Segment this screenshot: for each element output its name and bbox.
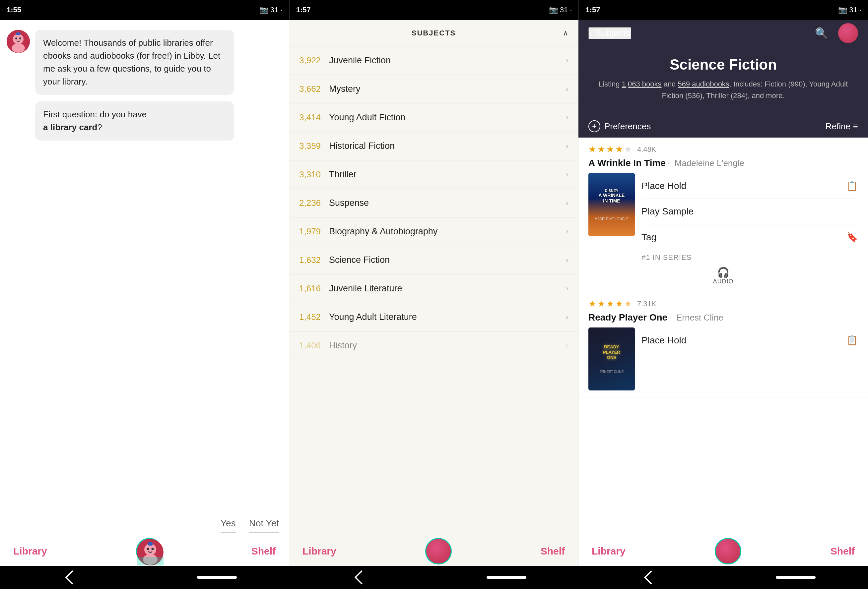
home-indicator-3	[776, 576, 816, 579]
book-title-1[interactable]: Ready Player One	[588, 312, 667, 322]
subjects-library-button[interactable]: Library	[303, 546, 336, 557]
refine-button[interactable]: Refine ≡	[825, 121, 858, 132]
svg-point-10	[151, 548, 154, 550]
place-hold-label-1: Place Hold	[641, 335, 686, 346]
book-detail-row-0: DISNEY A WRINKLEIN TIME MADELEINE L'ENGL…	[588, 173, 858, 262]
detail-library-button[interactable]: Library	[592, 546, 626, 557]
chat-shelf-button[interactable]: Shelf	[251, 546, 276, 557]
series-badge-0: #1 IN SERIES	[641, 253, 858, 262]
detail-header-avatar[interactable]	[838, 23, 858, 43]
subjects-header: SUBJECTS ∧	[289, 20, 578, 46]
subject-count-0: 3,922	[299, 55, 326, 66]
subject-item-6[interactable]: 1,979 Biography & Autobiography ›	[289, 218, 578, 246]
chat-library-button[interactable]: Library	[13, 546, 47, 557]
subject-item-1[interactable]: 3,662 Mystery ›	[289, 75, 578, 103]
subject-name-8: Juvenile Literature	[326, 283, 566, 294]
subject-count-4: 3,310	[299, 169, 326, 180]
back-button-icon-3	[644, 570, 658, 585]
yes-button[interactable]: Yes	[221, 515, 236, 533]
place-hold-button-0[interactable]: Place Hold 📋	[641, 173, 858, 199]
back-button[interactable]: ‹ Subjects	[588, 27, 631, 39]
subject-item-7[interactable]: 1,632 Science Fiction ›	[289, 246, 578, 274]
subject-item-9[interactable]: 1,452 Young Adult Literature ›	[289, 303, 578, 331]
bottom-bar	[0, 566, 868, 589]
collapse-icon[interactable]: ∧	[563, 29, 568, 37]
book-title-author-1: Ready Player One · Ernest Cline	[588, 312, 858, 323]
subject-item-3[interactable]: 3,359 Historical Fiction ›	[289, 132, 578, 161]
book-cover-1[interactable]: READYPLAYERONE ERNEST CLINE	[588, 327, 635, 390]
preferences-button[interactable]: + Preferences	[588, 120, 651, 132]
back-button-icon-1	[65, 570, 79, 585]
subject-item-5[interactable]: 2,236 Suspense ›	[289, 189, 578, 218]
star-4b: ★	[615, 299, 623, 309]
subject-name-9: Young Adult Literature	[326, 312, 566, 322]
detail-hero-desc: Listing 1,063 books and 569 audiobooks. …	[588, 78, 858, 102]
subject-item-4[interactable]: 3,310 Thriller ›	[289, 161, 578, 189]
welcome-bubble: Welcome! Thousands of public libraries o…	[35, 30, 234, 95]
rpo-cover-art: READYPLAYERONE ERNEST CLINE	[588, 327, 635, 390]
star-5b: ★	[624, 299, 632, 309]
detail-nav: Library Shelf	[579, 536, 868, 566]
bottom-home-panel3[interactable]	[723, 566, 868, 589]
book-title-0[interactable]: A Wrinkle In Time	[588, 158, 666, 168]
subject-count-9: 1,452	[299, 312, 326, 322]
question-bold: a library card	[43, 122, 97, 132]
subjects-list: 3,922 Juvenile Fiction › 3,662 Mystery ›…	[289, 46, 578, 536]
wrinkle-cover-art: DISNEY A WRINKLEIN TIME MADELEINE L'ENGL…	[588, 173, 635, 236]
panel-detail: ‹ Subjects 🔍 Science Fiction Listing 1,0…	[579, 20, 868, 566]
subject-item-2[interactable]: 3,414 Young Adult Fiction ›	[289, 103, 578, 132]
subject-name-0: Juvenile Fiction	[326, 55, 566, 66]
status-bar-panel2: 1:57 📷 31 ·	[289, 0, 579, 20]
chevron-icon-10: ›	[566, 342, 568, 350]
time-panel2: 1:57	[296, 6, 311, 14]
stars-1: ★ ★ ★ ★ ★	[588, 299, 632, 309]
detail-nav-avatar[interactable]	[715, 538, 741, 564]
subject-item-0[interactable]: 3,922 Juvenile Fiction ›	[289, 46, 578, 75]
place-hold-button-1[interactable]: Place Hold 📋	[641, 327, 858, 353]
bottom-back-panel2[interactable]	[289, 566, 434, 589]
subject-count-8: 1,616	[299, 283, 326, 294]
chevron-icon-4: ›	[566, 170, 568, 179]
bottom-back-panel1[interactable]	[0, 566, 145, 589]
bottom-home-panel1[interactable]	[145, 566, 289, 589]
calendar-icon-0: 📋	[846, 180, 858, 191]
search-icon[interactable]: 🔍	[815, 27, 828, 40]
chevron-icon-0: ›	[566, 56, 568, 65]
book-author-1: Ernest Cline	[676, 312, 723, 322]
book-item-1: ★ ★ ★ ★ ★ 7.31K Ready Player One · Ernes…	[579, 292, 868, 398]
not-yet-button[interactable]: Not Yet	[249, 515, 279, 533]
status-icons-panel1: 📷 31 ·	[259, 6, 283, 14]
subject-item-8[interactable]: 1,616 Juvenile Literature ›	[289, 274, 578, 303]
detail-header-actions: 🔍	[815, 23, 858, 43]
detail-shelf-button[interactable]: Shelf	[831, 546, 855, 557]
bottom-home-panel2[interactable]	[434, 566, 579, 589]
svg-point-2	[12, 43, 25, 53]
subject-count-3: 3,359	[299, 141, 326, 151]
chevron-icon-1: ›	[566, 85, 568, 93]
back-chevron-icon: ‹	[589, 28, 592, 38]
bottom-back-panel3[interactable]	[579, 566, 723, 589]
play-sample-button-0[interactable]: Play Sample	[641, 199, 858, 224]
subjects-nav-avatar[interactable]	[425, 538, 452, 564]
chat-body: Welcome! Thousands of public libraries o…	[0, 20, 289, 511]
detail-header: ‹ Subjects 🔍	[579, 20, 868, 46]
star-3b: ★	[606, 299, 614, 309]
chevron-icon-2: ›	[566, 113, 568, 122]
refine-label: Refine	[825, 121, 850, 132]
subjects-shelf-button[interactable]: Shelf	[541, 546, 565, 557]
book-cover-0[interactable]: DISNEY A WRINKLEIN TIME MADELEINE L'ENGL…	[588, 173, 635, 236]
chat-nav-avatar[interactable]	[136, 538, 162, 564]
subject-name-2: Young Adult Fiction	[326, 112, 566, 123]
chat-welcome-row: Welcome! Thousands of public libraries o…	[7, 30, 282, 95]
subject-count-5: 2,236	[299, 198, 326, 208]
detail-prefs: + Preferences Refine ≡	[579, 115, 868, 138]
book-meta-1: ★ ★ ★ ★ ★ 7.31K	[588, 299, 858, 309]
chevron-icon-6: ›	[566, 227, 568, 236]
subject-item-10[interactable]: 1,406 History ›	[289, 331, 578, 360]
chat-nav: Library Shelf	[0, 536, 289, 566]
subject-count-7: 1,632	[299, 255, 326, 265]
tag-button-0[interactable]: Tag 🔖	[641, 224, 858, 250]
subject-name-10: History	[326, 340, 566, 351]
back-label: Subjects	[595, 28, 630, 38]
book-meta-0: ★ ★ ★ ★ ★ 4.48K	[588, 144, 858, 155]
